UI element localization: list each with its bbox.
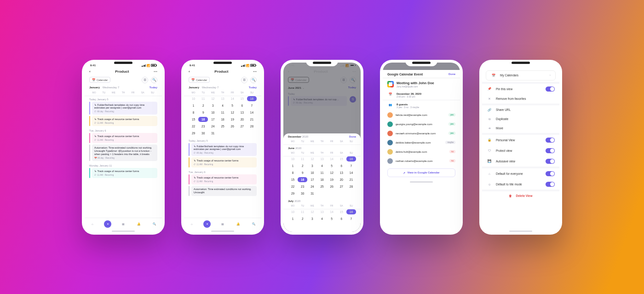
day-cell[interactable]: 11 (298, 156, 307, 161)
day-cell[interactable]: 19 (228, 117, 237, 122)
day-cell[interactable]: 15 (237, 96, 247, 101)
day-cell[interactable]: 12 (307, 156, 317, 161)
toggle-switch[interactable] (546, 182, 555, 187)
day-cell[interactable]: 11 (198, 96, 208, 101)
day-cell[interactable]: 14 (346, 170, 356, 175)
day-cell[interactable] (317, 191, 327, 196)
search-icon[interactable]: 🔍 (250, 77, 257, 83)
menu-item[interactable]: ⌂Default for everyone (482, 168, 559, 179)
month-grid[interactable]: 1011121314151612345678910111213141516171… (283, 156, 361, 198)
day-cell[interactable]: 28 (346, 184, 356, 189)
task-row[interactable]: ↳ Track usage of resource center forms⏱ … (184, 157, 261, 169)
day-cell[interactable]: 26 (228, 124, 237, 129)
day-cell[interactable]: 28 (247, 124, 257, 129)
day-cell[interactable]: 3 (307, 163, 317, 168)
day-cell[interactable]: 11 (298, 209, 307, 214)
day-cell[interactable]: 22 (288, 184, 298, 189)
day-cell[interactable]: 6 (337, 216, 346, 221)
day-cell[interactable]: 17 (307, 177, 317, 182)
day-cell[interactable]: 5 (327, 163, 337, 168)
guest-row[interactable]: georgia.young@example.comyes (383, 120, 460, 129)
day-cell[interactable]: 16 (346, 156, 356, 161)
day-cell[interactable]: 10 (307, 170, 317, 175)
tab-home-icon[interactable]: ⌂ (89, 220, 96, 228)
tab-home-icon[interactable]: ⌂ (188, 220, 196, 228)
day-cell[interactable]: 13 (218, 96, 227, 101)
my-calendars-row[interactable]: 📅 My Calendars › (486, 70, 556, 81)
day-cell[interactable] (237, 131, 247, 136)
day-cell[interactable]: 8 (288, 170, 298, 175)
day-cell[interactable]: 15 (189, 117, 198, 122)
task-row[interactable]: Automation: Time estimated conditions no… (184, 186, 261, 197)
day-cell[interactable]: 26 (327, 184, 337, 189)
tab-compass-icon[interactable]: ✦ (104, 220, 111, 228)
day-cell[interactable]: 7 (247, 103, 257, 108)
calendar-chip[interactable]: 📅 Calendar (189, 77, 210, 83)
sheet-month-label[interactable]: July (288, 200, 293, 202)
day-cell[interactable]: 23 (198, 124, 208, 129)
month-grid[interactable]: 1011121314151612345678910111213141516171… (184, 96, 261, 138)
task-row[interactable]: Automation: Time estimated conditions no… (85, 144, 162, 162)
task-row[interactable]: ↳ Track usage of resource center forms⏱ … (85, 168, 162, 179)
menu-item[interactable]: 🔗Share URL (482, 105, 559, 115)
day-cell[interactable]: 10 (288, 209, 298, 214)
menu-item[interactable]: ➜Move (482, 124, 559, 133)
tab-apps-icon[interactable]: ▦ (120, 220, 127, 228)
menu-item[interactable]: 📌Pin this view (482, 84, 559, 94)
day-cell[interactable]: 8 (189, 110, 198, 115)
day-cell[interactable]: 10 (288, 156, 298, 161)
day-cell[interactable]: 12 (307, 209, 317, 214)
search-icon[interactable]: 🔍 (151, 77, 157, 83)
today-button[interactable]: Today (249, 86, 257, 89)
day-cell[interactable]: 4 (317, 216, 327, 221)
guest-row[interactable]: nevaeh.simmons@example.comyes (383, 129, 460, 138)
menu-item[interactable]: ⧉Duplicate (482, 115, 559, 124)
day-cell[interactable]: 23 (298, 184, 307, 189)
day-cell[interactable]: 31 (307, 191, 317, 196)
day-cell[interactable]: 25 (317, 184, 327, 189)
day-cell[interactable]: 5 (327, 216, 337, 221)
day-cell[interactable]: 11 (218, 110, 227, 115)
day-cell[interactable]: 12 (208, 96, 218, 101)
day-cell[interactable]: 20 (337, 177, 346, 182)
day-cell[interactable]: 16 (298, 177, 307, 182)
day-cell[interactable]: 11 (317, 170, 327, 175)
day-cell[interactable]: 17 (208, 117, 218, 122)
sheet-month-label[interactable]: June (288, 147, 294, 150)
day-cell[interactable]: 24 (307, 184, 317, 189)
tab-apps-icon[interactable]: ▦ (219, 220, 226, 228)
day-cell[interactable]: 29 (189, 131, 198, 136)
day-cell[interactable]: 6 (237, 103, 247, 108)
day-cell[interactable]: 27 (337, 184, 346, 189)
day-cell[interactable]: 7 (346, 216, 356, 221)
day-cell[interactable]: 13 (237, 110, 247, 115)
tab-search-icon[interactable]: 🔍 (150, 220, 158, 228)
calendar-chip[interactable]: 📅 Calendar (89, 77, 110, 83)
day-cell[interactable]: 27 (237, 124, 247, 129)
day-cell[interactable]: 14 (247, 110, 257, 115)
day-cell[interactable]: 18 (317, 177, 327, 182)
day-cell[interactable]: 10 (208, 110, 218, 115)
day-cell[interactable]: 14 (228, 96, 237, 101)
guest-row[interactable]: debbie.baker@example.commaybe (383, 138, 460, 147)
day-cell[interactable]: 24 (208, 124, 218, 129)
day-cell[interactable]: 9 (298, 170, 307, 175)
day-cell[interactable]: 13 (337, 170, 346, 175)
day-cell[interactable]: 2 (298, 216, 307, 221)
month-grid[interactable]: 101112131415161234567 (283, 209, 361, 223)
day-cell[interactable]: 21 (247, 117, 257, 122)
day-cell[interactable]: 3 (307, 216, 317, 221)
day-cell[interactable] (247, 131, 257, 136)
day-cell[interactable]: 12 (327, 170, 337, 175)
day-cell[interactable]: 20 (237, 117, 247, 122)
task-row[interactable]: ↳ Track usage of resource center forms⏱ … (85, 133, 162, 144)
toggle-switch[interactable] (546, 171, 555, 176)
day-cell[interactable]: 31 (208, 131, 218, 136)
toggle-switch[interactable] (546, 148, 555, 153)
toggle-switch[interactable] (546, 86, 555, 92)
day-cell[interactable] (228, 131, 237, 136)
day-cell[interactable]: 5 (228, 103, 237, 108)
guest-row[interactable]: debra.holt@example.comno (383, 147, 460, 156)
month-label[interactable]: January (89, 86, 100, 89)
day-cell[interactable] (218, 131, 227, 136)
